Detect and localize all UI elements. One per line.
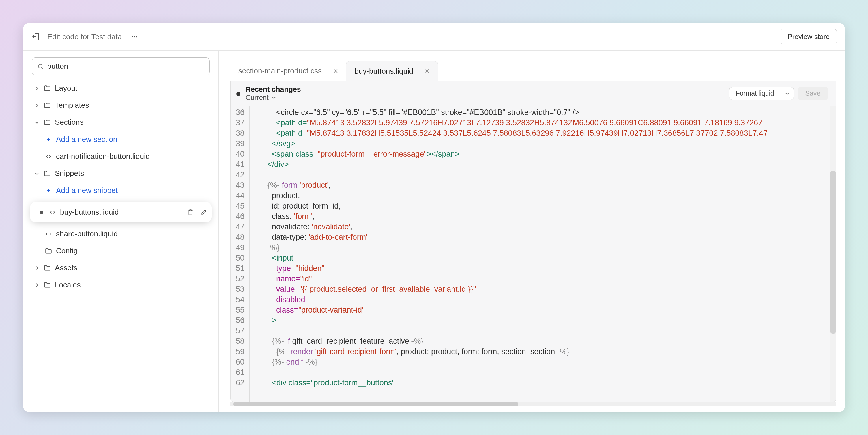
tree-file-share-button[interactable]: share-button.liquid [32, 227, 210, 241]
chevron-right-icon [34, 282, 40, 288]
svg-point-1 [134, 36, 135, 37]
tab-label: section-main-product.css [238, 66, 322, 76]
rename-file-icon[interactable] [200, 208, 208, 216]
plus-icon [44, 136, 53, 144]
tree-label: share-button.liquid [56, 229, 118, 238]
more-menu-icon[interactable] [130, 32, 139, 41]
page-title: Edit code for Test data [47, 32, 122, 41]
chevron-right-icon [34, 103, 40, 108]
code-editor[interactable]: 3637383940414243444546474849505152535455… [230, 106, 836, 402]
close-icon[interactable]: × [333, 66, 338, 76]
folder-icon [43, 264, 51, 272]
recent-changes-label: Recent changes [246, 85, 301, 94]
chevron-down-icon [272, 95, 276, 100]
recent-changes-indicator-icon [236, 92, 240, 96]
vertical-scrollbar[interactable] [830, 106, 836, 402]
tree-label: Snippets [55, 169, 84, 178]
tree-folder-locales[interactable]: Locales [32, 278, 210, 292]
tree-folder-config[interactable]: Config [32, 243, 210, 258]
plus-icon [44, 186, 53, 195]
tree-folder-assets[interactable]: Assets [32, 261, 210, 275]
chevron-down-icon [34, 171, 40, 176]
search-input-wrapper[interactable] [32, 57, 210, 75]
close-icon[interactable]: × [425, 66, 429, 76]
tree-label: Templates [55, 101, 89, 110]
format-liquid-button[interactable]: Format liquid [729, 87, 781, 100]
line-gutter: 3637383940414243444546474849505152535455… [230, 106, 250, 402]
tree-label: Layout [55, 84, 78, 93]
tree-label: Config [56, 246, 78, 255]
tree-label: Locales [55, 281, 81, 289]
tree-label: Sections [55, 118, 84, 127]
delete-file-icon[interactable] [187, 208, 194, 216]
version-dropdown[interactable]: Current [246, 94, 301, 102]
tab-css[interactable]: section-main-product.css × [230, 61, 346, 81]
tree-folder-templates[interactable]: Templates [32, 98, 210, 113]
chevron-down-icon [785, 91, 789, 96]
tree-label: cart-notification-button.liquid [56, 152, 150, 161]
folder-icon [43, 102, 51, 110]
tree-file-buy-buttons[interactable]: buy-buttons.liquid [32, 204, 210, 221]
tree-folder-layout[interactable]: Layout [32, 81, 210, 96]
folder-icon [43, 170, 51, 178]
tree-label: Add a new snippet [56, 186, 118, 195]
code-file-icon [44, 230, 53, 238]
tab-label: buy-buttons.liquid [354, 67, 413, 76]
unsaved-indicator-icon [40, 210, 43, 214]
svg-point-0 [132, 36, 133, 37]
chevron-right-icon [34, 86, 40, 91]
svg-point-3 [38, 64, 42, 68]
tree-label: buy-buttons.liquid [60, 208, 119, 216]
tab-liquid[interactable]: buy-buttons.liquid × [346, 61, 438, 81]
exit-icon[interactable] [31, 32, 40, 41]
code-file-icon [49, 208, 57, 216]
tree-file-cart-notification[interactable]: cart-notification-button.liquid [32, 149, 210, 164]
code-file-icon [44, 152, 53, 161]
add-snippet-button[interactable]: Add a new snippet [32, 183, 210, 198]
tree-label: Add a new section [56, 135, 117, 144]
chevron-right-icon [34, 265, 40, 271]
tree-label: Assets [55, 263, 78, 272]
search-input[interactable] [47, 62, 204, 71]
folder-icon [43, 84, 51, 92]
tree-folder-snippets[interactable]: Snippets [32, 166, 210, 181]
code-content[interactable]: <circle cx="6.5" cy="6.5" r="5.5" fill="… [250, 106, 830, 402]
save-button[interactable]: Save [798, 87, 828, 100]
format-more-button[interactable] [781, 87, 794, 100]
tree-folder-sections[interactable]: Sections [32, 115, 210, 130]
folder-icon [43, 281, 51, 289]
add-section-button[interactable]: Add a new section [32, 132, 210, 147]
horizontal-scrollbar[interactable] [230, 402, 836, 406]
folder-icon [43, 118, 51, 126]
search-icon [37, 63, 44, 70]
preview-store-button[interactable]: Preview store [781, 29, 837, 45]
chevron-down-icon [34, 120, 40, 125]
svg-point-2 [136, 36, 137, 37]
folder-icon [44, 247, 53, 255]
